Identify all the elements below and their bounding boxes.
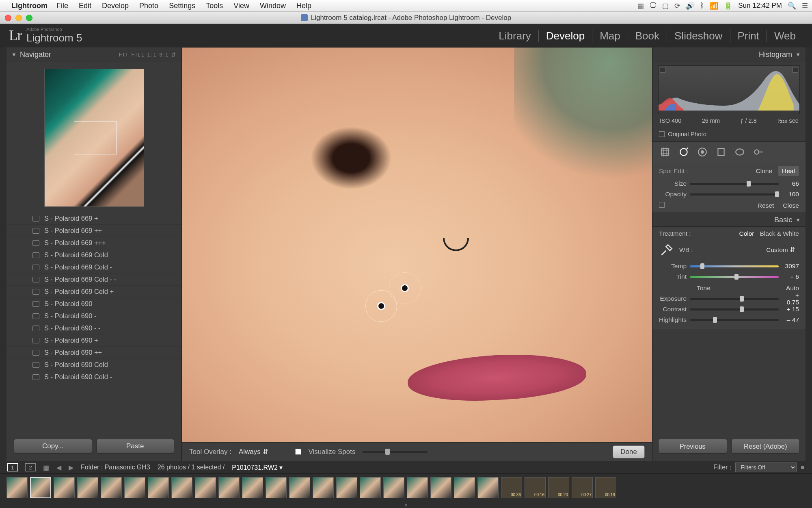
filmstrip-thumb[interactable]: [266, 477, 287, 498]
tool-overlay-select[interactable]: Always ⇵: [239, 447, 268, 456]
right-rail[interactable]: [806, 48, 812, 461]
filmstrip-thumb[interactable]: [148, 477, 169, 498]
filmstrip[interactable]: [0, 474, 812, 502]
filmstrip-thumb[interactable]: [171, 477, 192, 498]
previous-button[interactable]: Previous: [658, 439, 727, 454]
histogram-chart[interactable]: [658, 65, 800, 114]
filename-label[interactable]: P1010731.RW2 ▾: [232, 464, 283, 471]
visualize-spots-slider[interactable]: [363, 451, 428, 453]
visualize-spots-checkbox[interactable]: [295, 449, 301, 455]
preset-item[interactable]: S - Polaroid 690 ++: [6, 347, 181, 359]
app-menu[interactable]: Lightroom: [11, 2, 48, 10]
menu-file[interactable]: File: [56, 2, 68, 10]
disclosure-triangle-icon[interactable]: ▼: [795, 217, 801, 223]
contrast-slider[interactable]: [690, 308, 779, 310]
module-web[interactable]: Web: [767, 30, 803, 42]
navigator-view-rect[interactable]: [74, 121, 117, 154]
spot-clone-tab[interactable]: Clone: [752, 166, 777, 176]
filmstrip-thumb[interactable]: [54, 477, 75, 498]
window-close-button[interactable]: [5, 15, 11, 21]
filmstrip-thumb[interactable]: [77, 477, 98, 498]
filmstrip-thumb[interactable]: [313, 477, 334, 498]
secondary-display-button[interactable]: 2: [25, 463, 36, 471]
menu-window[interactable]: Window: [260, 2, 286, 10]
temp-value[interactable]: 3097: [782, 263, 799, 270]
filmstrip-thumb-video[interactable]: [572, 477, 593, 498]
spot-removal-target[interactable]: [365, 290, 397, 322]
left-rail[interactable]: [0, 48, 6, 461]
filmstrip-collapse-icon[interactable]: ▼: [404, 503, 408, 508]
disclosure-triangle-icon[interactable]: ▼: [795, 52, 801, 58]
graduated-filter-tool-icon[interactable]: [715, 146, 727, 158]
disclosure-triangle-icon[interactable]: ▼: [11, 52, 17, 58]
spot-close-button[interactable]: Close: [783, 202, 799, 209]
original-photo-row[interactable]: Original Photo: [652, 127, 806, 142]
grid-view-icon[interactable]: ▦: [43, 464, 49, 471]
menubar-display-icon[interactable]: 🖵: [650, 2, 657, 10]
highlights-value[interactable]: – 47: [782, 316, 799, 323]
filmstrip-thumb[interactable]: [6, 477, 28, 498]
menubar-battery-icon[interactable]: 🔋: [724, 2, 732, 10]
menu-help[interactable]: Help: [296, 2, 311, 10]
filmstrip-thumb[interactable]: [101, 477, 122, 498]
filter-select[interactable]: Filters Off: [735, 462, 797, 472]
window-minimize-button[interactable]: [15, 15, 22, 21]
preset-item[interactable]: S - Polaroid 669 Cold -: [6, 261, 181, 274]
preset-item[interactable]: S - Polaroid 669 +: [6, 213, 181, 225]
histogram-header[interactable]: Histogram ▼: [652, 48, 806, 61]
menu-view[interactable]: View: [233, 2, 249, 10]
paste-button[interactable]: Paste: [96, 439, 175, 454]
filmstrip-thumb-video[interactable]: [501, 477, 522, 498]
filmstrip-thumb-video[interactable]: [525, 477, 546, 498]
preset-item[interactable]: S - Polaroid 669 Cold: [6, 249, 181, 261]
module-print[interactable]: Print: [730, 30, 767, 42]
filmstrip-thumb-video[interactable]: [595, 477, 616, 498]
copy-button[interactable]: Copy...: [14, 439, 92, 454]
filter-lock-icon[interactable]: ■: [801, 464, 805, 471]
filmstrip-thumb[interactable]: [195, 477, 216, 498]
window-zoom-button[interactable]: [26, 15, 32, 21]
nav-next-icon[interactable]: ▶: [69, 464, 73, 471]
menu-tools[interactable]: Tools: [206, 2, 223, 10]
temp-slider[interactable]: [690, 265, 779, 267]
highlights-slider[interactable]: [690, 319, 779, 321]
preset-item[interactable]: S - Polaroid 690 +: [6, 334, 181, 347]
filmstrip-thumb-video[interactable]: [548, 477, 569, 498]
menubar-clock[interactable]: Sun 12:42 PM: [738, 2, 782, 10]
menu-develop[interactable]: Develop: [102, 2, 129, 10]
navigator-image[interactable]: [44, 69, 144, 207]
preset-item[interactable]: S - Polaroid 669 +++: [6, 237, 181, 249]
navigator-zoom-options[interactable]: FIT FILL 1:1 3:1 ⇵: [119, 52, 177, 58]
nav-prev-icon[interactable]: ◀: [56, 464, 61, 471]
folder-label[interactable]: Folder : Panasonic GH3: [81, 464, 150, 471]
spot-heal-tab[interactable]: Heal: [778, 166, 799, 176]
preset-item[interactable]: S - Polaroid 690 - -: [6, 322, 181, 334]
module-book[interactable]: Book: [628, 30, 667, 42]
size-slider[interactable]: [690, 183, 779, 185]
menubar-wifi-icon[interactable]: 📶: [710, 2, 718, 10]
white-balance-dropper-icon[interactable]: [659, 242, 674, 258]
filmstrip-thumb[interactable]: [454, 477, 475, 498]
module-map[interactable]: Map: [592, 30, 628, 42]
preset-item[interactable]: S - Polaroid 690 -: [6, 310, 181, 322]
adjustment-brush-tool-icon[interactable]: [752, 146, 764, 158]
spot-reset-button[interactable]: Reset: [758, 202, 774, 209]
menubar-notifications-icon[interactable]: ☰: [802, 2, 808, 10]
reset-button[interactable]: Reset (Adobe): [731, 439, 800, 454]
tint-value[interactable]: + 6: [782, 273, 799, 280]
filmstrip-thumb[interactable]: [430, 477, 451, 498]
filmstrip-thumb[interactable]: [360, 477, 381, 498]
redeye-tool-icon[interactable]: [696, 146, 708, 158]
navigator-preview[interactable]: [6, 61, 181, 213]
module-slideshow[interactable]: Slideshow: [667, 30, 730, 42]
treatment-bw[interactable]: Black & White: [760, 230, 799, 237]
menubar-volume-icon[interactable]: 🔊: [686, 2, 694, 10]
menubar-sync-icon[interactable]: ⟳: [674, 2, 680, 10]
original-photo-checkbox[interactable]: [659, 131, 665, 137]
tone-auto-button[interactable]: Auto: [786, 284, 799, 292]
size-value[interactable]: 66: [782, 180, 799, 187]
filmstrip-thumb[interactable]: [124, 477, 145, 498]
primary-display-button[interactable]: 1: [7, 463, 18, 471]
filmstrip-thumb[interactable]: [242, 477, 263, 498]
menu-photo[interactable]: Photo: [139, 2, 158, 10]
